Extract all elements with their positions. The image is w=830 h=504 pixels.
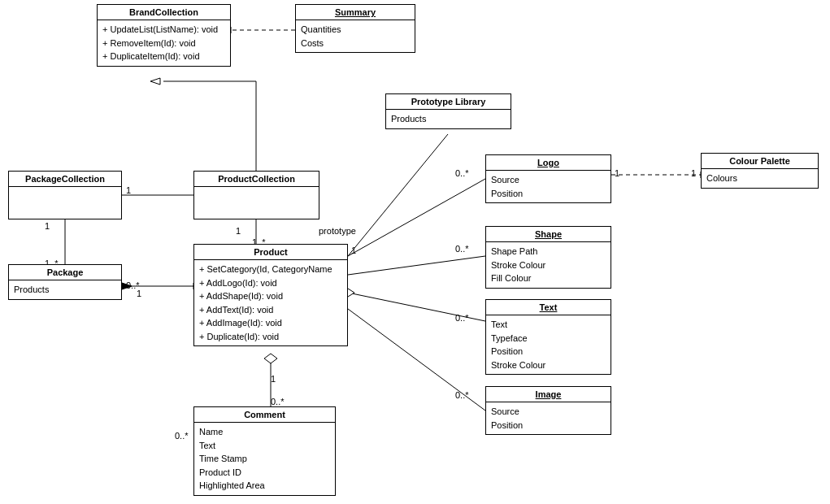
logo-header: Logo bbox=[486, 155, 611, 171]
comment-item-4: Product ID bbox=[199, 466, 330, 480]
brand-item-1: + UpdateList(ListName): void bbox=[102, 23, 225, 37]
summary-item-2: Costs bbox=[301, 37, 410, 50]
label-0star-image: 0..* bbox=[455, 390, 469, 400]
svg-marker-11 bbox=[264, 354, 277, 363]
product-item-3: + AddShape(Id): void bbox=[199, 289, 342, 303]
logo-item-2: Position bbox=[491, 187, 606, 201]
brand-collection-body: + UpdateList(ListName): void + RemoveIte… bbox=[98, 20, 230, 66]
product-item-6: + Duplicate(Id): void bbox=[199, 330, 342, 344]
shape-item-2: Stroke Colour bbox=[491, 259, 606, 272]
comment-item-1: Name bbox=[199, 425, 330, 439]
comment-box: Comment Name Text Time Stamp Product ID … bbox=[193, 406, 336, 496]
comment-header: Comment bbox=[194, 407, 335, 423]
summary-body: Quantities Costs bbox=[296, 20, 415, 52]
product-header: Product bbox=[194, 245, 347, 260]
summary-item-1: Quantities bbox=[301, 23, 410, 37]
shape-box: Shape Shape Path Stroke Colour Fill Colo… bbox=[485, 226, 611, 289]
svg-line-15 bbox=[348, 256, 485, 275]
text-item-1: Text bbox=[491, 318, 606, 332]
colour-palette-header: Colour Palette bbox=[702, 154, 818, 169]
brand-item-2: + RemoveItem(Id): void bbox=[102, 37, 225, 50]
package-collection-header: PackageCollection bbox=[9, 172, 121, 187]
product-body: + SetCategory(Id, CategoryName + AddLogo… bbox=[194, 260, 347, 345]
text-body: Text Typeface Position Stroke Colour bbox=[486, 315, 611, 374]
product-item-4: + AddText(Id): void bbox=[199, 303, 342, 317]
shape-header: Shape bbox=[486, 227, 611, 242]
text-header: Text bbox=[486, 300, 611, 315]
diagram: 1 1..* 1 0..* 1 1 1..* 1 prototype 0..* … bbox=[0, 0, 830, 504]
image-item-1: Source bbox=[491, 405, 606, 419]
logo-box: Logo Source Position bbox=[485, 154, 611, 203]
label-0star-h: 0..* bbox=[271, 397, 285, 406]
text-item-2: Typeface bbox=[491, 332, 606, 345]
product-collection-body bbox=[194, 187, 319, 192]
colour-palette-body: Colours bbox=[702, 169, 818, 188]
label-1d: 1 bbox=[236, 226, 241, 236]
package-collection-body bbox=[9, 187, 121, 192]
label-0star-shape: 0..* bbox=[455, 244, 469, 254]
prototype-library-header: Prototype Library bbox=[386, 94, 511, 110]
product-collection-box: ProductCollection bbox=[193, 171, 319, 219]
text-item-4: Stroke Colour bbox=[491, 358, 606, 372]
label-1b: 1 bbox=[126, 185, 131, 195]
summary-header: Summary bbox=[296, 5, 415, 20]
product-item-2: + AddLogo(Id): void bbox=[199, 276, 342, 290]
prototype-library-item-1: Products bbox=[391, 112, 506, 126]
label-0star-comment: 0..* bbox=[175, 431, 189, 441]
comment-body: Name Text Time Stamp Product ID Highligh… bbox=[194, 423, 335, 495]
label-1f: 1 bbox=[615, 168, 619, 178]
package-item-1: Products bbox=[14, 283, 116, 297]
colour-palette-box: Colour Palette Colours bbox=[701, 153, 819, 189]
package-header: Package bbox=[9, 265, 121, 280]
label-1e: 1 bbox=[351, 245, 356, 255]
package-body: Products bbox=[9, 280, 121, 299]
product-box: Product + SetCategory(Id, CategoryName +… bbox=[193, 244, 348, 346]
image-body: Source Position bbox=[486, 402, 611, 434]
package-collection-box: PackageCollection bbox=[8, 171, 122, 219]
svg-marker-4 bbox=[150, 78, 160, 85]
text-item-3: Position bbox=[491, 345, 606, 358]
logo-body: Source Position bbox=[486, 171, 611, 202]
label-1c: 1 bbox=[137, 289, 141, 298]
shape-item-1: Shape Path bbox=[491, 245, 606, 259]
product-item-1: + SetCategory(Id, CategoryName bbox=[199, 263, 342, 276]
comment-item-2: Text bbox=[199, 439, 330, 453]
text-box: Text Text Typeface Position Stroke Colou… bbox=[485, 299, 611, 375]
svg-line-13 bbox=[348, 134, 448, 256]
arrows-layer bbox=[0, 0, 830, 504]
colour-palette-item-1: Colours bbox=[706, 172, 813, 185]
package-box: Package Products bbox=[8, 264, 122, 300]
label-0star-text: 0..* bbox=[455, 313, 469, 323]
label-proto: prototype bbox=[319, 226, 356, 236]
label-1g: 1 bbox=[691, 168, 696, 178]
brand-collection-box: BrandCollection + UpdateList(ListName): … bbox=[97, 4, 231, 67]
comment-item-5: Highlighted Area bbox=[199, 479, 330, 493]
prototype-library-box: Prototype Library Products bbox=[385, 93, 511, 129]
brand-item-3: + DuplicateItem(Id): void bbox=[102, 50, 225, 63]
image-header: Image bbox=[486, 387, 611, 402]
label-0star-logo: 0..* bbox=[455, 168, 469, 178]
product-item-5: + AddImage(Id): void bbox=[199, 316, 342, 330]
summary-box: Summary Quantities Costs bbox=[295, 4, 415, 53]
comment-item-3: Time Stamp bbox=[199, 452, 330, 466]
label-1a: 1 bbox=[45, 221, 50, 231]
prototype-library-body: Products bbox=[386, 110, 511, 128]
brand-collection-header: BrandCollection bbox=[98, 5, 230, 20]
image-item-2: Position bbox=[491, 419, 606, 432]
logo-item-1: Source bbox=[491, 173, 606, 187]
image-box: Image Source Position bbox=[485, 386, 611, 435]
shape-item-3: Fill Colour bbox=[491, 272, 606, 285]
product-collection-header: ProductCollection bbox=[194, 172, 319, 187]
label-1h: 1 bbox=[271, 374, 276, 384]
shape-body: Shape Path Stroke Colour Fill Colour bbox=[486, 242, 611, 288]
